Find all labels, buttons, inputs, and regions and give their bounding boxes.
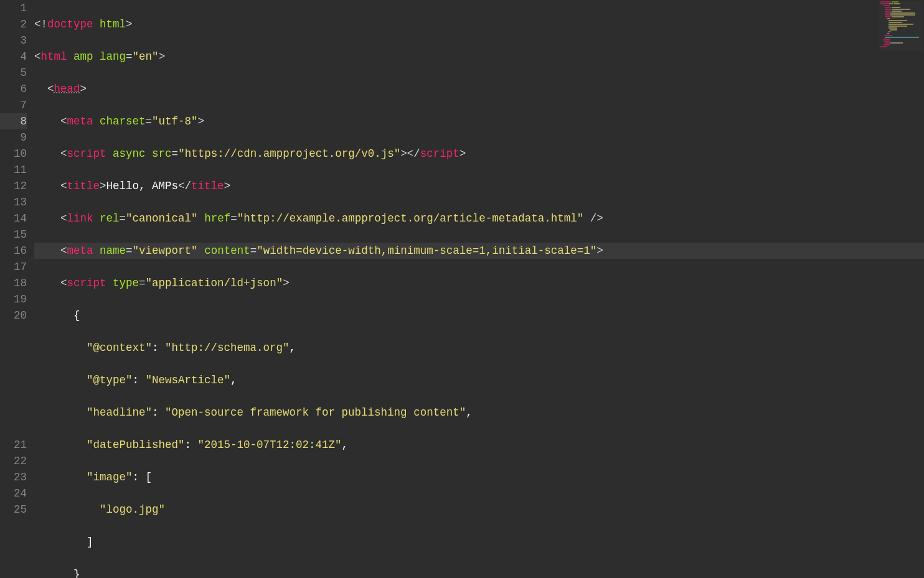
line-number [0, 324, 27, 340]
line-number: 19 [0, 291, 27, 307]
line-number: 1 [0, 0, 27, 16]
line-number-gutter: 1 2 3 4 5 6 7 8 9 10 11 12 13 14 15 16 1… [0, 0, 34, 578]
code-line[interactable]: <html amp lang="en"> [34, 49, 924, 65]
code-line[interactable]: ] [34, 534, 924, 550]
code-line[interactable]: "headline": "Open-source framework for p… [34, 404, 924, 421]
line-number [0, 421, 27, 437]
code-area[interactable]: <!doctype html> <html amp lang="en"> <he… [34, 0, 924, 578]
code-line[interactable]: <script type="application/ld+json"> [34, 275, 924, 291]
code-line[interactable]: <script async src="https://cdn.ampprojec… [34, 146, 924, 162]
line-number: 17 [0, 259, 27, 275]
code-line[interactable]: <meta charset="utf-8"> [34, 113, 924, 129]
line-number: 22 [0, 453, 27, 469]
code-line[interactable]: "datePublished": "2015-10-07T12:02:41Z", [34, 437, 924, 453]
line-number: 11 [0, 162, 27, 178]
line-number: 4 [0, 49, 27, 65]
line-number: 23 [0, 469, 27, 485]
line-number: 14 [0, 210, 27, 226]
code-line-current[interactable]: <meta name="viewport" content="width=dev… [34, 243, 924, 259]
line-number [0, 372, 27, 388]
code-line[interactable]: "@context": "http://schema.org", [34, 340, 924, 356]
line-number: 12 [0, 178, 27, 194]
line-number: 13 [0, 194, 27, 210]
code-line[interactable]: "@type": "NewsArticle", [34, 372, 924, 388]
line-number: 24 [0, 485, 27, 501]
line-number: 16 [0, 243, 27, 259]
minimap[interactable] [879, 1, 923, 51]
line-number: 15 [0, 226, 27, 243]
line-number: 9 [0, 129, 27, 146]
line-number: 25 [0, 501, 27, 518]
line-number [0, 340, 27, 356]
code-line[interactable]: { [34, 307, 924, 324]
line-number: 3 [0, 32, 27, 49]
line-number: 7 [0, 97, 27, 113]
line-number: 5 [0, 65, 27, 81]
line-number: 6 [0, 81, 27, 97]
line-number: 8 [0, 113, 27, 129]
code-line[interactable]: <link rel="canonical" href="http://examp… [34, 210, 924, 226]
code-line[interactable]: <title>Hello, AMPs</title> [34, 178, 924, 194]
code-line[interactable]: "image": [ [34, 469, 924, 485]
line-number: 21 [0, 437, 27, 453]
line-number: 10 [0, 146, 27, 162]
code-editor[interactable]: 1 2 3 4 5 6 7 8 9 10 11 12 13 14 15 16 1… [0, 0, 924, 578]
line-number [0, 404, 27, 421]
code-line[interactable]: "logo.jpg" [34, 501, 924, 518]
line-number [0, 356, 27, 372]
line-number [0, 388, 27, 404]
code-line[interactable]: <!doctype html> [34, 16, 924, 32]
code-line[interactable]: <head> [34, 81, 924, 97]
line-number: 20 [0, 307, 27, 324]
code-line[interactable]: } [34, 566, 924, 578]
line-number: 2 [0, 16, 27, 32]
line-number: 18 [0, 275, 27, 291]
